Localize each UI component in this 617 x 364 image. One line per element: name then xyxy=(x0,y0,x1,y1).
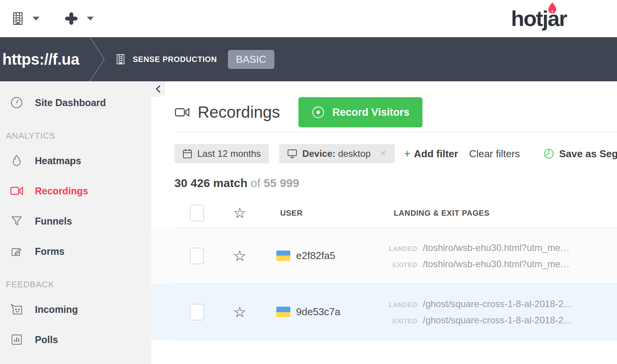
user-id: e2f82fa5 xyxy=(296,250,335,262)
organization-selector[interactable]: SENSE PRODUCTION xyxy=(115,53,217,65)
chevron-down-icon xyxy=(33,17,40,21)
sidebar-item-label: Forms xyxy=(35,246,64,257)
save-as-segment-label: Save as Segment xyxy=(559,148,617,160)
exited-path: /toshiro/wsb-ehu30.html?utm_me… xyxy=(423,259,570,270)
site-url: https://f.ua xyxy=(0,51,79,68)
ukraine-flag-icon xyxy=(276,307,290,317)
add-new-button[interactable] xyxy=(64,12,94,26)
sidebar-item-label: Incoming xyxy=(35,304,78,315)
date-range-filter-chip[interactable]: Last 12 months xyxy=(174,144,269,163)
device-filter-value: desktop xyxy=(338,148,371,159)
form-pencil-icon xyxy=(10,245,24,258)
header-divider xyxy=(174,132,617,132)
exited-label: EXITED xyxy=(376,261,417,269)
device-filter-chip[interactable]: Device: desktop ✕ xyxy=(279,144,395,163)
sidebar-item-label: Recordings xyxy=(35,185,88,197)
star-icon[interactable]: ☆ xyxy=(233,249,246,263)
sidebar-item-heatmaps[interactable]: Heatmaps xyxy=(0,146,151,176)
sidebar-collapse-button[interactable] xyxy=(151,81,165,97)
of-label: of xyxy=(251,177,260,189)
sidebar: Site Dashboard ANALYTICS Heatmaps Record… xyxy=(0,81,151,364)
plan-badge: BASIC xyxy=(228,50,274,69)
building-icon xyxy=(115,53,126,65)
sidebar-item-site-dashboard[interactable]: Site Dashboard xyxy=(0,88,151,118)
site-picker-button[interactable] xyxy=(12,12,40,26)
plus-icon: + xyxy=(404,148,410,160)
segment-pie-icon xyxy=(543,148,554,159)
user-cell: e2f82fa5 xyxy=(276,250,376,262)
feedback-bubble-icon xyxy=(10,303,24,316)
user-cell: 9de53c7a xyxy=(276,306,376,318)
sidebar-item-label: Funnels xyxy=(35,216,72,227)
star-icon[interactable]: ☆ xyxy=(233,305,246,319)
flame-icon xyxy=(546,2,558,15)
remove-filter-icon[interactable]: ✕ xyxy=(379,149,386,159)
sidebar-item-funnels[interactable]: Funnels xyxy=(0,206,151,236)
exited-label: EXITED xyxy=(376,318,417,325)
desktop-icon xyxy=(287,149,297,159)
flame-icon xyxy=(10,154,24,167)
row-checkbox[interactable] xyxy=(190,304,204,320)
sidebar-section-feedback: FEEDBACK xyxy=(6,280,151,290)
chevron-down-icon xyxy=(87,17,94,21)
results-summary: 30 426 match of 55 999 xyxy=(174,177,617,191)
landing-exit-column-header: LANDING & EXIT PAGES xyxy=(376,209,617,218)
recording-row[interactable]: ☆ e2f82fa5 LANDED /toshiro/wsb-ehu30.htm… xyxy=(151,228,617,284)
add-filter-button[interactable]: + Add filter xyxy=(404,148,458,160)
user-column-header: USER xyxy=(276,209,376,218)
record-visitors-button[interactable]: Record Visitors xyxy=(298,97,422,127)
sidebar-item-label: Heatmaps xyxy=(35,155,81,167)
organization-name: SENSE PRODUCTION xyxy=(133,55,217,64)
bar-chart-icon xyxy=(10,333,24,346)
clear-filters-button[interactable]: Clear filters xyxy=(469,148,520,160)
breadcrumb-chevron-icon xyxy=(89,37,105,81)
exited-path: /ghost/square-cross-1-8-al-2018-2… xyxy=(423,315,573,326)
record-icon xyxy=(311,105,325,119)
ukraine-flag-icon xyxy=(276,251,290,261)
sidebar-item-forms[interactable]: Forms xyxy=(0,236,151,266)
landed-label: LANDED xyxy=(376,301,417,309)
filter-bar: Last 12 months Device: desktop ✕ + Add f… xyxy=(151,144,617,163)
plus-icon xyxy=(64,12,78,26)
top-app-bar: hotjar xyxy=(0,0,617,37)
device-filter-key: Device: xyxy=(302,148,335,159)
sidebar-item-label: Site Dashboard xyxy=(35,97,106,108)
page-header: Recordings Record Visitors xyxy=(151,81,617,128)
sidebar-item-incoming[interactable]: Incoming xyxy=(0,294,151,325)
row-checkbox[interactable] xyxy=(190,248,204,264)
add-filter-label: Add filter xyxy=(414,148,458,160)
save-as-segment-button[interactable]: Save as Segment xyxy=(543,148,617,160)
star-icon[interactable]: ☆ xyxy=(233,206,246,220)
match-count: 30 426 match xyxy=(174,177,247,189)
page-title-group: Recordings xyxy=(174,103,280,122)
landed-path: /toshiro/wsb-ehu30.html?utm_me… xyxy=(423,242,570,253)
funnel-icon xyxy=(10,215,24,227)
gauge-icon xyxy=(10,96,24,109)
page-title: Recordings xyxy=(198,103,280,122)
landing-exit-cell: LANDED /toshiro/wsb-ehu30.html?utm_me… E… xyxy=(376,242,617,270)
landing-exit-cell: LANDED /ghost/square-cross-1-8-al-2018-2… xyxy=(376,299,617,326)
user-id: 9de53c7a xyxy=(296,306,340,318)
building-icon xyxy=(12,12,24,26)
sidebar-item-recordings[interactable]: Recordings xyxy=(0,176,151,206)
video-camera-icon xyxy=(174,106,190,118)
site-context-bar: https://f.ua SENSE PRODUCTION BASIC xyxy=(0,37,617,81)
sidebar-item-label: Polls xyxy=(35,334,58,345)
hotjar-logo[interactable]: hotjar xyxy=(511,8,567,29)
date-range-label: Last 12 months xyxy=(197,148,261,159)
recordings-table-header: ☆ USER LANDING & EXIT PAGES xyxy=(151,198,617,228)
video-camera-icon xyxy=(10,186,24,196)
sidebar-section-analytics: ANALYTICS xyxy=(6,131,151,141)
chevron-left-icon xyxy=(155,85,161,93)
record-visitors-label: Record Visitors xyxy=(332,106,409,118)
landed-label: LANDED xyxy=(376,245,417,253)
recording-row[interactable]: ☆ 9de53c7a LANDED /ghost/square-cross-1-… xyxy=(151,284,617,340)
landed-path: /ghost/square-cross-1-8-al-2018-2… xyxy=(423,299,573,309)
hotjar-logo-text: hotjar xyxy=(511,6,567,31)
total-count: 55 999 xyxy=(264,177,299,189)
calendar-icon xyxy=(183,149,192,159)
select-all-checkbox[interactable] xyxy=(190,205,204,221)
sidebar-item-polls[interactable]: Polls xyxy=(0,325,151,355)
main-content: Recordings Record Visitors xyxy=(151,81,617,364)
